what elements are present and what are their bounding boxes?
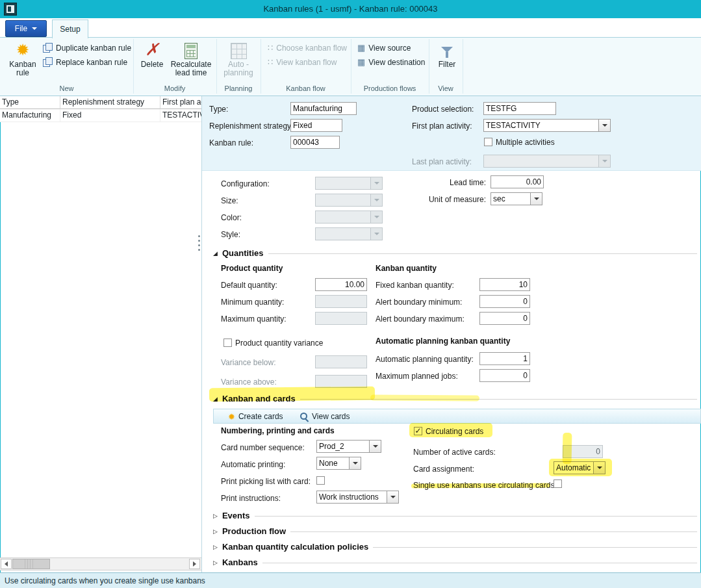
size-combo xyxy=(315,194,383,207)
duplicate-kanban-rule-button[interactable]: Duplicate kanban rule xyxy=(43,42,131,54)
view-destination-button[interactable]: ▦ View destination xyxy=(357,56,425,68)
replenishment-strategy-input[interactable]: Fixed xyxy=(290,119,342,132)
section-kanban-quantity-policies[interactable]: ▷ Kanban quantity calculation policies xyxy=(213,542,697,552)
view-cards-button[interactable]: View cards xyxy=(300,411,350,422)
multiple-activities-checkbox[interactable] xyxy=(484,138,492,146)
alert-boundary-minimum-label: Alert boundary minimum: xyxy=(376,298,462,307)
grid-header-replenishment-strategy[interactable]: Replenishment strategy xyxy=(60,96,160,109)
view-kanban-flow-button: ∷ View kanban flow xyxy=(268,56,337,68)
create-cards-button[interactable]: ✹ Create cards xyxy=(228,411,283,422)
grid-header-first-plan-activity[interactable]: First plan activity xyxy=(160,96,201,109)
print-picking-checkbox[interactable] xyxy=(316,476,325,485)
dropdown-arrow-icon xyxy=(353,462,358,465)
product-selection-label: Product selection: xyxy=(412,105,474,114)
scroll-left-icon xyxy=(5,561,8,567)
lead-time-input[interactable]: 0.00 xyxy=(491,175,544,188)
file-menu-button[interactable]: File xyxy=(5,20,47,37)
print-instructions-combo[interactable]: Work instructions xyxy=(316,491,399,504)
card-assignment-value: Automatic xyxy=(554,462,593,474)
splitter-handle[interactable] xyxy=(198,235,200,237)
splitter-handle[interactable] xyxy=(198,249,200,251)
first-plan-activity-combo[interactable]: TESTACTIVITY xyxy=(483,119,611,132)
single-use-checkbox[interactable] xyxy=(554,479,562,488)
filter-button[interactable]: Filter xyxy=(433,40,461,69)
dropdown-button xyxy=(370,211,382,223)
section-kanban-quantity-policies-title: Kanban quantity calculation policies xyxy=(222,542,368,552)
view-destination-label: View destination xyxy=(368,58,425,67)
alert-boundary-maximum-input[interactable]: 0 xyxy=(479,312,530,325)
default-quantity-input[interactable]: 10.00 xyxy=(315,278,367,291)
card-number-sequence-label: Card number sequence: xyxy=(221,443,305,452)
section-production-flow-title: Production flow xyxy=(222,526,286,536)
replace-kanban-rule-button[interactable]: Replace kanban rule xyxy=(43,56,127,68)
dropdown-button xyxy=(370,194,382,206)
collapse-icon: ◢ xyxy=(213,250,218,257)
default-quantity-label: Default quantity: xyxy=(221,281,277,290)
cards-toolbar: ✹ Create cards View cards xyxy=(213,409,701,424)
last-plan-activity-combo xyxy=(483,155,611,168)
fixed-kanban-quantity-input[interactable]: 10 xyxy=(479,278,530,291)
status-bar: Use circulating cards when you create si… xyxy=(0,572,701,588)
grid-cell-first-plan-activity[interactable]: TESTACTIVITY xyxy=(160,109,201,122)
collapse-icon: ▷ xyxy=(213,513,218,519)
configuration-combo xyxy=(315,177,383,190)
card-assignment-combo[interactable]: Automatic xyxy=(554,461,605,474)
section-events[interactable]: ▷ Events xyxy=(213,511,697,520)
kanban-rule-input[interactable]: 000043 xyxy=(290,136,340,149)
scroll-left-button[interactable] xyxy=(1,559,12,569)
automatic-planning-quantity-input[interactable]: 1 xyxy=(479,352,530,365)
dropdown-arrow-icon xyxy=(597,467,602,469)
maximum-quantity-input xyxy=(315,312,367,325)
dropdown-arrow-icon xyxy=(534,198,539,200)
dropdown-button[interactable] xyxy=(349,457,361,469)
choose-kanban-flow-button: ∷ Choose kanban flow xyxy=(268,42,347,54)
section-kanbans[interactable]: ▷ Kanbans xyxy=(213,557,697,567)
view-cards-label: View cards xyxy=(312,412,350,421)
circulating-cards-checkbox[interactable] xyxy=(414,427,422,435)
number-of-active-cards-label: Number of active cards: xyxy=(413,448,496,457)
group-view-label: View xyxy=(429,84,463,92)
last-plan-activity-label: Last plan activity: xyxy=(412,157,472,166)
view-source-button[interactable]: ▦ View source xyxy=(357,42,411,54)
product-selection-input[interactable]: TESTFG xyxy=(483,102,556,115)
scroll-right-button[interactable] xyxy=(189,559,200,569)
grid-cell-type[interactable]: Manufacturing xyxy=(0,109,60,122)
maximum-planned-jobs-input[interactable]: 0 xyxy=(479,369,530,382)
grid-horizontal-scrollbar[interactable] xyxy=(0,557,201,570)
dropdown-button[interactable] xyxy=(387,491,398,503)
section-line xyxy=(290,531,697,532)
section-production-flow[interactable]: ▷ Production flow xyxy=(213,526,697,536)
section-quantities[interactable]: ◢ Quantities xyxy=(213,248,697,258)
recalculate-lead-time-button[interactable]: Recalculate lead time xyxy=(168,40,214,78)
scrollbar-thumb[interactable] xyxy=(12,559,50,569)
grid-icon xyxy=(231,43,247,59)
title-bar: Kanban rules (1 - usmf) - Kanban rule: 0… xyxy=(0,0,701,18)
unit-of-measure-combo[interactable]: sec xyxy=(491,192,542,205)
section-kanbans-title: Kanbans xyxy=(222,557,258,567)
type-input[interactable]: Manufacturing xyxy=(290,102,357,115)
tab-setup[interactable]: Setup xyxy=(52,19,88,38)
alert-boundary-minimum-input[interactable]: 0 xyxy=(479,295,530,308)
dropdown-button[interactable] xyxy=(530,193,542,205)
dropdown-arrow-icon xyxy=(602,124,607,127)
replenishment-strategy-label: Replenishment strategy: xyxy=(209,121,293,131)
fixed-kanban-quantity-label: Fixed kanban quantity: xyxy=(376,281,454,290)
section-kanban-and-cards[interactable]: ◢ Kanban and cards xyxy=(213,394,697,403)
file-menu-label: File xyxy=(15,24,27,33)
kanban-rule-button[interactable]: ✹ Kanban rule xyxy=(5,40,40,78)
grid-cell-replenishment-strategy[interactable]: Fixed xyxy=(60,109,160,122)
automatic-printing-label: Automatic printing: xyxy=(221,460,285,469)
dropdown-button[interactable] xyxy=(598,120,610,131)
splitter-handle[interactable] xyxy=(198,240,200,242)
product-quantity-variance-checkbox[interactable] xyxy=(223,339,232,347)
print-picking-label: Print picking list with card: xyxy=(221,477,311,486)
dropdown-button[interactable] xyxy=(593,462,605,474)
splitter-handle[interactable] xyxy=(198,244,200,246)
delete-button[interactable]: ✗ Delete xyxy=(137,40,167,69)
section-events-title: Events xyxy=(222,511,250,520)
automatic-printing-combo[interactable]: None xyxy=(316,457,361,470)
auto-planning-label: Auto - planning xyxy=(220,60,257,78)
grid-header-type[interactable]: Type xyxy=(0,96,60,109)
dropdown-button[interactable] xyxy=(369,441,381,452)
card-number-sequence-combo[interactable]: Prod_2 xyxy=(316,440,381,453)
